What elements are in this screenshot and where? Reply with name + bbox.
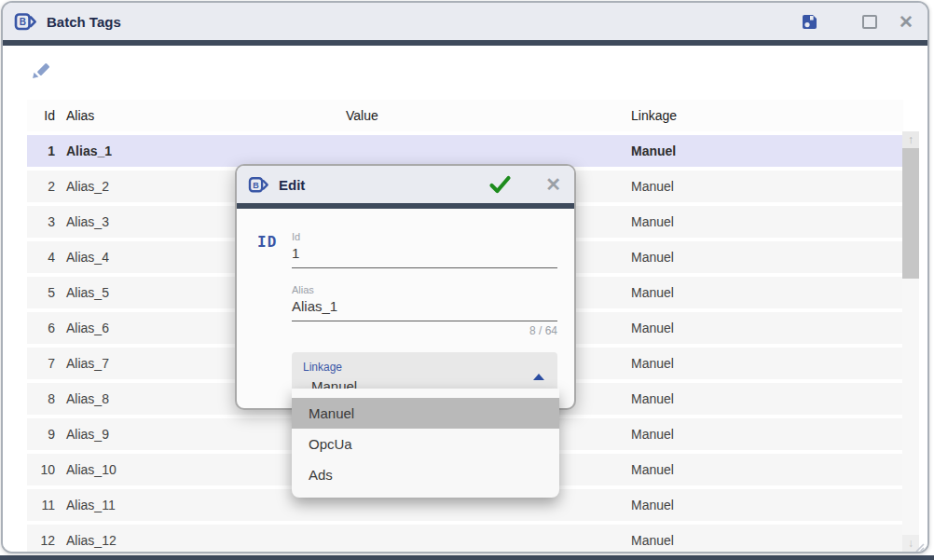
alias-field[interactable]: Alias Alias_1	[292, 284, 557, 321]
resize-grip-icon[interactable]	[913, 540, 925, 551]
edit-dialog-titlebar: B Edit ✕	[237, 166, 574, 203]
header-id: Id	[27, 108, 59, 123]
row-id-cell: 9	[27, 427, 59, 442]
row-id-cell: 5	[27, 285, 59, 300]
row-linkage-cell: Manuel	[624, 250, 903, 265]
row-id-cell: 7	[27, 356, 59, 371]
row-id-cell: 6	[27, 321, 59, 335]
edit-dialog-title: Edit	[279, 177, 305, 193]
edit-dialog-icon: B	[248, 176, 269, 194]
row-alias-cell: Alias_12	[59, 533, 344, 548]
row-linkage-cell: Manuel	[624, 179, 903, 194]
caret-up-icon	[533, 374, 544, 380]
table-row[interactable]: 1 Alias_1 Manuel	[27, 135, 903, 167]
table-header-row: Id Alias Value Linkage	[27, 100, 903, 131]
row-linkage-cell: Manuel	[624, 143, 903, 158]
row-alias-cell: Alias_11	[59, 498, 344, 512]
table-row[interactable]: 12 Alias_12 Manuel	[27, 525, 903, 553]
row-linkage-cell: Manuel	[624, 321, 903, 335]
scrollbar-thumb[interactable]	[902, 148, 919, 279]
header-alias: Alias	[59, 108, 344, 123]
background-window-edge	[0, 555, 934, 560]
id-field-value[interactable]: 1	[292, 245, 557, 261]
row-id-cell: 8	[27, 391, 59, 406]
row-linkage-cell: Manuel	[624, 285, 903, 300]
close-button[interactable]: ✕	[899, 13, 913, 31]
linkage-option[interactable]: Manuel	[292, 398, 559, 429]
linkage-dropdown: ManuelOpcUaAds	[292, 389, 559, 498]
alias-field-value[interactable]: Alias_1	[292, 298, 557, 314]
svg-text:B: B	[20, 17, 26, 27]
alias-field-label: Alias	[292, 284, 557, 295]
maximize-button[interactable]	[862, 15, 877, 29]
header-value: Value	[344, 108, 624, 123]
svg-text:B: B	[253, 180, 259, 189]
id-field[interactable]: Id 1	[292, 231, 557, 268]
alias-char-counter: 8 / 64	[292, 324, 557, 337]
edit-dialog: B Edit ✕ ID Id 1 Alias Alias_1 8 / 64 Li…	[235, 164, 576, 410]
scroll-up-icon[interactable]: ↑	[902, 131, 919, 148]
header-linkage: Linkage	[624, 108, 903, 123]
row-linkage-cell: Manuel	[624, 356, 903, 371]
window-title: Batch Tags	[47, 14, 121, 30]
row-id-cell: 4	[27, 250, 59, 265]
row-id-cell: 2	[27, 179, 59, 194]
save-icon	[801, 13, 818, 31]
row-linkage-cell: Manuel	[624, 391, 903, 406]
confirm-button[interactable]	[488, 175, 512, 194]
linkage-option[interactable]: OpcUa	[292, 429, 559, 459]
id-badge-icon: ID	[257, 233, 277, 251]
row-linkage-cell: Manuel	[624, 214, 903, 229]
pencil-icon	[31, 59, 53, 80]
row-linkage-cell: Manuel	[624, 462, 903, 477]
row-linkage-cell: Manuel	[624, 498, 903, 512]
linkage-select-label: Linkage	[303, 361, 342, 374]
row-id-cell: 10	[27, 462, 59, 477]
title-bar: B Batch Tags ✕	[3, 3, 927, 40]
vertical-scrollbar[interactable]: ↑ ↓	[902, 131, 919, 552]
checkmark-icon	[488, 175, 512, 194]
batch-tags-icon: B	[14, 12, 37, 32]
linkage-option[interactable]: Ads	[292, 459, 559, 490]
row-linkage-cell: Manuel	[624, 427, 903, 442]
row-id-cell: 1	[27, 143, 59, 158]
row-id-cell: 11	[27, 498, 59, 512]
row-id-cell: 3	[27, 214, 59, 229]
row-alias-cell: Alias_1	[59, 143, 344, 158]
edit-button[interactable]	[31, 59, 53, 81]
id-field-label: Id	[292, 231, 557, 242]
row-id-cell: 12	[27, 533, 59, 548]
toolbar	[3, 46, 927, 100]
row-linkage-cell: Manuel	[624, 533, 903, 548]
save-button[interactable]	[801, 13, 818, 31]
dialog-close-button[interactable]: ✕	[545, 175, 561, 194]
edit-dialog-body: ID Id 1 Alias Alias_1 8 / 64 Linkage Man…	[237, 209, 574, 395]
